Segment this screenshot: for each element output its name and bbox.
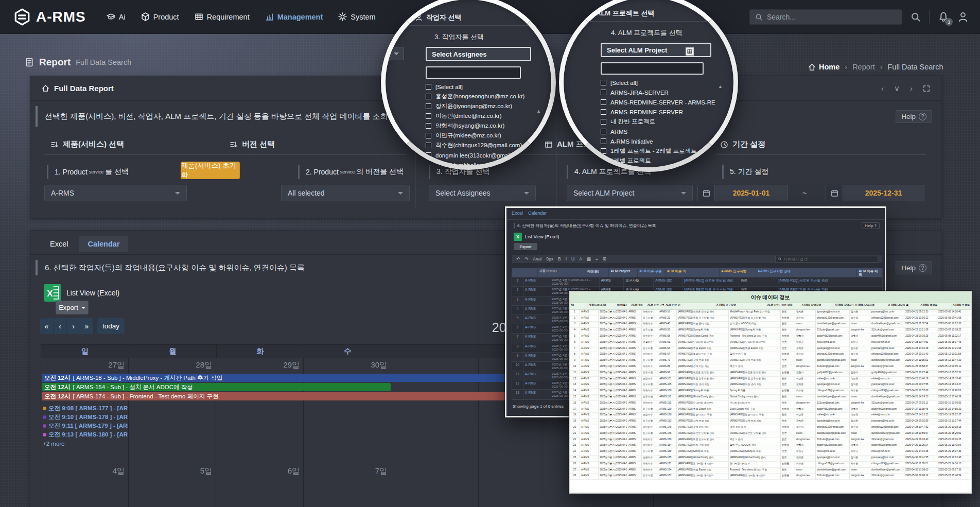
calendar-event-item[interactable]: 오전 9:08 [ ARMS-177 ] - [ARMS-REQ] 모니 bbox=[43, 404, 128, 413]
today-button[interactable]: today bbox=[97, 318, 125, 334]
checkbox-icon[interactable] bbox=[601, 99, 606, 105]
alm-project-option[interactable]: [Select all] bbox=[601, 78, 729, 88]
sheet-search-box[interactable] bbox=[775, 256, 878, 263]
assignee-option[interactable]: 이동민(dmlee@mz.co.kr) bbox=[426, 111, 549, 121]
next-month-button[interactable]: › bbox=[67, 318, 80, 334]
date-label[interactable]: 6일 bbox=[216, 464, 304, 476]
date-label[interactable]: 30일 bbox=[304, 358, 391, 370]
date-label[interactable]: 5일 bbox=[129, 464, 216, 476]
breadcrumb-home[interactable]: Home bbox=[808, 63, 839, 71]
product-reset-button[interactable]: 제품(서비스) 초기화 bbox=[181, 162, 240, 179]
table-row[interactable]: 6 A-RMS 2025년 1분기 (2025-04-01 ~ 2025-06-… bbox=[570, 340, 971, 346]
mini-tab-excel[interactable]: Excel bbox=[512, 211, 523, 216]
checkbox-icon[interactable] bbox=[426, 152, 431, 158]
help-button[interactable]: Help ? bbox=[896, 261, 932, 274]
alm-project-option[interactable]: ARMS bbox=[601, 127, 729, 136]
collapse-right-icon[interactable]: › bbox=[910, 84, 913, 93]
font-color-button[interactable]: A bbox=[579, 256, 582, 261]
user-profile-button[interactable] bbox=[957, 11, 969, 23]
notification-bell-button[interactable]: 3 bbox=[938, 11, 949, 23]
table-row[interactable]: 2 A-RMS 2025년 1분기 (2025-04-01 ~ 2025-06-… bbox=[570, 316, 971, 322]
table-row[interactable]: 14 A-RMS 2025년 1분기 (2025-04-01 ~ 2025-06… bbox=[570, 389, 971, 395]
date-label[interactable]: 28일 bbox=[129, 358, 216, 370]
expand-icon[interactable] bbox=[923, 85, 930, 92]
table-row[interactable]: 26 A-RMS 2025년 1분기 (2025-04-01 ~ 2025-06… bbox=[570, 462, 971, 468]
scrollbar-up-icon[interactable]: ▲ bbox=[536, 109, 541, 114]
checkbox-icon[interactable] bbox=[601, 119, 606, 125]
calendar-event-item[interactable]: 오전 9:13 [ ARMS-180 ] - [ARMS-REQ] 상세 bbox=[43, 430, 128, 439]
table-row[interactable]: 4 A-RMS 2025년 1분기 (2025-04-01 ~ 2025-06-… bbox=[570, 328, 971, 334]
checkbox-icon[interactable] bbox=[426, 94, 431, 99]
menu-item-requirement[interactable]: Requirement bbox=[195, 12, 250, 21]
fill-color-button[interactable]: ▦ bbox=[587, 256, 591, 261]
italic-button[interactable]: I bbox=[566, 256, 567, 261]
prev-month-button[interactable]: ‹ bbox=[54, 318, 67, 334]
alm-project-option[interactable]: A-RMS Initiative bbox=[601, 136, 729, 146]
collapse-down-icon[interactable]: ∨ bbox=[894, 84, 900, 93]
assignee-option[interactable]: [Select all] bbox=[426, 82, 549, 92]
version-select[interactable]: All selected bbox=[281, 185, 410, 201]
table-row[interactable]: 9 A-RMS 2025년 1분기 (2025-04-01 ~ 2025-06-… bbox=[570, 358, 971, 364]
magnified-assignee-select[interactable]: Select Assignees bbox=[426, 47, 531, 61]
assignee-option[interactable]: 홍성훈(hongseonghun@mz.co.kr) bbox=[426, 92, 549, 101]
calendar-event-bar[interactable]: 오전 12시[ ARMS-154 - Sub ] - 설치 문서 ADOC에 작… bbox=[42, 383, 391, 391]
date-from-input[interactable]: 2025-01-01 bbox=[715, 185, 788, 201]
alm-project-select[interactable]: Select ALM Project bbox=[567, 185, 693, 201]
collapse-left-icon[interactable]: ‹ bbox=[881, 84, 884, 93]
scrollbar-up-icon[interactable]: ▲ bbox=[718, 84, 723, 89]
assignee-option[interactable]: 장지윤(jiyoonjang@mz.co.kr) bbox=[426, 101, 549, 111]
table-row[interactable]: 1 A-RMS 2025년 1분기 (2025-04-01 ~ 2025-06-… bbox=[512, 277, 882, 287]
checkbox-icon[interactable] bbox=[426, 133, 431, 138]
assignee-option[interactable]: 양형석(hsyang@mz.co.kr) bbox=[426, 121, 549, 131]
alm-filter-input[interactable] bbox=[601, 62, 704, 75]
product-select[interactable]: A-RMS bbox=[44, 185, 187, 201]
alm-project-option[interactable]: ARMS-REDMINE-SERVER bbox=[601, 107, 729, 117]
calendar-event-item[interactable]: 오전 9:11 [ ARMS-179 ] - [ARMS-REQ] 캐럿 bbox=[43, 422, 128, 430]
tab-excel[interactable]: Excel bbox=[42, 236, 76, 252]
tab-calendar[interactable]: Calendar bbox=[79, 236, 128, 252]
table-row[interactable]: 23 A-RMS 2025년 1분기 (2025-04-01 ~ 2025-06… bbox=[570, 443, 971, 449]
table-row[interactable]: 10 A-RMS 2025년 1분기 (2025-04-01 ~ 2025-06… bbox=[570, 364, 971, 371]
global-search[interactable] bbox=[749, 9, 902, 25]
checkbox-icon[interactable] bbox=[426, 103, 431, 109]
menu-item-system[interactable]: System bbox=[338, 12, 375, 21]
table-row[interactable]: 1 A-RMS 2025년 1분기 (2025-04-01 ~ 2025-06-… bbox=[570, 310, 971, 316]
redo-icon[interactable]: ↷ bbox=[524, 256, 528, 261]
date-label[interactable]: 29일 bbox=[216, 358, 304, 370]
table-row[interactable]: 3 A-RMS 2025년 1분기 (2025-04-01 ~ 2025-06-… bbox=[570, 322, 971, 328]
undo-icon[interactable]: ↶ bbox=[516, 256, 520, 261]
table-row[interactable]: 12 A-RMS 2025년 1분기 (2025-04-01 ~ 2025-06… bbox=[570, 377, 971, 383]
sheet-search-input[interactable] bbox=[783, 257, 876, 261]
checkbox-icon[interactable] bbox=[426, 143, 431, 148]
table-row[interactable]: 22 A-RMS 2025년 1분기 (2025-04-01 ~ 2025-06… bbox=[570, 438, 971, 444]
checkbox-icon[interactable] bbox=[601, 148, 606, 154]
table-row[interactable]: 24 A-RMS 2025년 1분기 (2025-04-01 ~ 2025-06… bbox=[570, 449, 971, 456]
alm-project-option[interactable]: ARMS-JIRA-SERVER bbox=[601, 88, 729, 97]
checkbox-icon[interactable] bbox=[601, 129, 606, 134]
checkbox-icon[interactable] bbox=[601, 138, 606, 144]
magnified-alm-select[interactable]: Select ALM Project bbox=[601, 43, 711, 57]
menu-item-ai[interactable]: Ai bbox=[107, 12, 126, 21]
assignee-option[interactable]: 이민규(mklee@mz.co.kr) bbox=[426, 131, 549, 141]
font-size-select[interactable]: 9px bbox=[546, 256, 553, 261]
table-row[interactable]: 20 A-RMS 2025년 1분기 (2025-04-01 ~ 2025-06… bbox=[570, 425, 971, 431]
assignee-filter-input[interactable] bbox=[426, 66, 521, 79]
table-row[interactable]: 17 A-RMS 2025년 1분기 (2025-04-01 ~ 2025-06… bbox=[570, 407, 971, 413]
search-input[interactable] bbox=[767, 13, 897, 21]
font-family-select[interactable]: Arial bbox=[533, 256, 541, 261]
align-button[interactable]: ≡ bbox=[596, 256, 598, 261]
table-row[interactable]: 19 A-RMS 2025년 1분기 (2025-04-01 ~ 2025-06… bbox=[570, 419, 971, 425]
menu-item-management[interactable]: Management bbox=[265, 12, 323, 21]
checkbox-icon[interactable] bbox=[601, 109, 606, 115]
alm-project-option[interactable]: ARMS-REDMINE-SERVER - ARMS-RE bbox=[601, 97, 729, 107]
bold-button[interactable]: B bbox=[558, 256, 561, 261]
table-row[interactable]: 5 A-RMS 2025년 1분기 (2025-04-01 ~ 2025-06-… bbox=[570, 334, 971, 340]
checkbox-icon[interactable] bbox=[426, 123, 431, 129]
menu-item-product[interactable]: Product bbox=[141, 12, 179, 21]
checkbox-icon[interactable] bbox=[601, 80, 606, 85]
calendar-event-item[interactable]: 오전 9:10 [ ARMS-178 ] - [ARMS-REQ] 엑셀 bbox=[43, 413, 128, 422]
mini-help-button[interactable]: Help ? bbox=[862, 222, 880, 229]
borders-button[interactable]: ⊞ bbox=[603, 256, 606, 261]
date-to-calendar-button[interactable] bbox=[826, 185, 843, 201]
date-to-input[interactable]: 2025-12-31 bbox=[843, 185, 924, 201]
